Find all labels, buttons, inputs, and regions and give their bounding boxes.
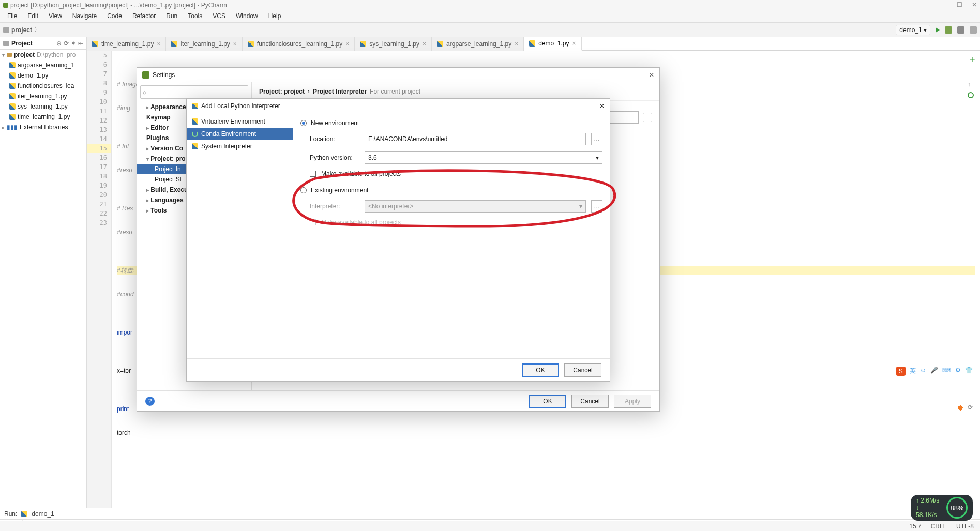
ok-button[interactable]: OK xyxy=(522,363,559,377)
download-speed: 58.1K/s xyxy=(916,511,937,519)
debug-button[interactable] xyxy=(945,26,952,34)
settings-node[interactable]: Appearance xyxy=(150,103,186,111)
maximize-button[interactable]: ☐ xyxy=(957,1,962,8)
file-encoding[interactable]: UTF-8 xyxy=(956,523,974,530)
minimize-button[interactable]: — xyxy=(941,1,947,8)
tree-file-label: argparse_learning_1 xyxy=(18,62,74,69)
tab-active[interactable]: demo_1.py× xyxy=(524,37,581,51)
make-available-label-disabled: Make available to all projects xyxy=(321,219,401,226)
menu-run[interactable]: Run xyxy=(162,10,182,22)
close-icon[interactable]: ✕ xyxy=(599,102,605,110)
filter-button[interactable] xyxy=(968,92,974,98)
apply-button[interactable]: Apply xyxy=(614,395,651,408)
cancel-button[interactable]: Cancel xyxy=(571,395,609,408)
menu-code[interactable]: Code xyxy=(103,10,126,22)
python-icon xyxy=(92,41,98,47)
folder-icon xyxy=(3,41,9,46)
menubar: File Edit View Navigate Code Refactor Ru… xyxy=(0,10,980,23)
tree-file[interactable]: functionclosures_lea xyxy=(0,81,86,91)
tree-file[interactable]: argparse_learning_1 xyxy=(0,60,86,70)
menu-window[interactable]: Window xyxy=(232,10,262,22)
menu-help[interactable]: Help xyxy=(264,10,285,22)
close-icon[interactable]: × xyxy=(572,40,576,47)
settings-node[interactable]: Build, Execu xyxy=(150,186,188,193)
settings-search[interactable]: ⌕ xyxy=(140,85,248,99)
menu-vcs[interactable]: VCS xyxy=(208,10,230,22)
browse-button[interactable]: … xyxy=(591,133,602,145)
menu-view[interactable]: View xyxy=(44,10,66,22)
tree-file[interactable]: sys_learning_1.py xyxy=(0,101,86,112)
hide-icon[interactable]: ⇤ xyxy=(78,40,83,47)
radio-new-environment[interactable] xyxy=(300,120,307,126)
tree-root[interactable]: project xyxy=(14,51,35,58)
interpreter-label: Interpreter: xyxy=(310,203,359,210)
chevron-down-icon: ▾ xyxy=(579,203,582,210)
close-icon[interactable]: × xyxy=(233,40,237,48)
add-dialog-title: Add Local Python Interpreter xyxy=(201,102,280,110)
tab[interactable]: time_learning_1.py× xyxy=(87,37,166,51)
menu-navigate[interactable]: Navigate xyxy=(68,10,101,22)
run-config-selector[interactable]: demo_1 ▾ xyxy=(896,25,930,35)
menu-edit[interactable]: Edit xyxy=(23,10,42,22)
line-separator[interactable]: CRLF xyxy=(931,523,947,530)
minus-button[interactable]: — xyxy=(968,69,977,77)
settings-node[interactable]: Tools xyxy=(150,207,167,214)
tree-file-label: functionclosures_lea xyxy=(18,82,74,89)
tray-icon[interactable] xyxy=(956,404,964,412)
gear-icon[interactable] xyxy=(643,113,652,122)
env-system[interactable]: System Interpreter xyxy=(187,140,293,153)
sogou-icon[interactable]: S xyxy=(896,367,906,376)
close-icon[interactable]: × xyxy=(345,40,349,48)
close-icon[interactable]: × xyxy=(515,40,518,48)
menu-file[interactable]: File xyxy=(3,10,21,22)
gear-icon[interactable]: ✶ xyxy=(71,40,76,47)
run-button[interactable] xyxy=(936,27,940,33)
chevron-down-icon: ▾ xyxy=(596,154,599,161)
menu-tools[interactable]: Tools xyxy=(184,10,206,22)
tab[interactable]: functionclosures_learning_1.py× xyxy=(243,37,355,51)
sync-icon[interactable]: ⟳ xyxy=(64,40,69,47)
up-button[interactable]: ↑ xyxy=(968,81,977,88)
add-button[interactable]: ＋ xyxy=(968,53,977,65)
external-libraries[interactable]: External Libraries xyxy=(20,124,68,131)
python-icon xyxy=(360,41,366,47)
ok-button[interactable]: OK xyxy=(529,395,566,408)
settings-node[interactable]: Project: pro xyxy=(150,155,185,162)
env-virtualenv[interactable]: Virtualenv Environment xyxy=(187,115,293,128)
settings-node[interactable]: Editor xyxy=(150,124,169,131)
caret-position[interactable]: 15:7 xyxy=(909,523,921,530)
close-button[interactable]: ✕ xyxy=(972,1,977,8)
collapse-icon[interactable]: ⊖ xyxy=(56,40,62,47)
close-icon[interactable]: ✕ xyxy=(649,71,654,79)
help-icon[interactable]: ? xyxy=(145,397,155,406)
chevron-down-icon[interactable]: ▾ xyxy=(2,52,5,58)
close-icon[interactable]: × xyxy=(423,40,426,48)
tree-file[interactable]: demo_1.py xyxy=(0,70,86,81)
more-button[interactable] xyxy=(957,26,964,34)
run-header-prefix: Run: xyxy=(4,510,17,518)
tab[interactable]: iter_learning_1.py× xyxy=(166,37,242,51)
cancel-button[interactable]: Cancel xyxy=(564,363,601,377)
pyversion-dropdown[interactable]: 3.6▾ xyxy=(365,151,602,164)
tab[interactable]: argparse_learning_1.py× xyxy=(432,37,524,51)
make-available-checkbox[interactable] xyxy=(310,171,316,177)
interpreter-dropdown: <No interpreter>▾ xyxy=(365,200,586,213)
project-header[interactable]: Project xyxy=(11,40,33,47)
radio-existing-environment[interactable] xyxy=(300,187,307,193)
location-input[interactable]: E:\ANACONDA\envs\untitled xyxy=(365,133,586,145)
run-header-config: demo_1 xyxy=(32,510,54,518)
settings-node[interactable]: Version Co xyxy=(150,145,183,152)
tab[interactable]: sys_learning_1.py× xyxy=(355,37,432,51)
tree-file[interactable]: time_learning_1.py xyxy=(0,112,86,122)
settings-node[interactable]: Languages xyxy=(150,196,183,204)
env-conda-selected[interactable]: Conda Environment xyxy=(187,128,293,140)
tab-label: sys_learning_1.py xyxy=(369,40,419,48)
menu-refactor[interactable]: Refactor xyxy=(128,10,160,22)
chevron-right-icon[interactable]: ▸ xyxy=(2,125,5,130)
window-title: project [D:\python_project_learning\proj… xyxy=(10,2,227,9)
tree-file[interactable]: iter_learning_1.py xyxy=(0,91,86,101)
breadcrumb[interactable]: project 〉 xyxy=(3,25,40,34)
close-icon[interactable]: × xyxy=(157,40,160,48)
search-everywhere-button[interactable] xyxy=(970,26,977,34)
navigation-bar: project 〉 demo_1 ▾ xyxy=(0,23,980,37)
